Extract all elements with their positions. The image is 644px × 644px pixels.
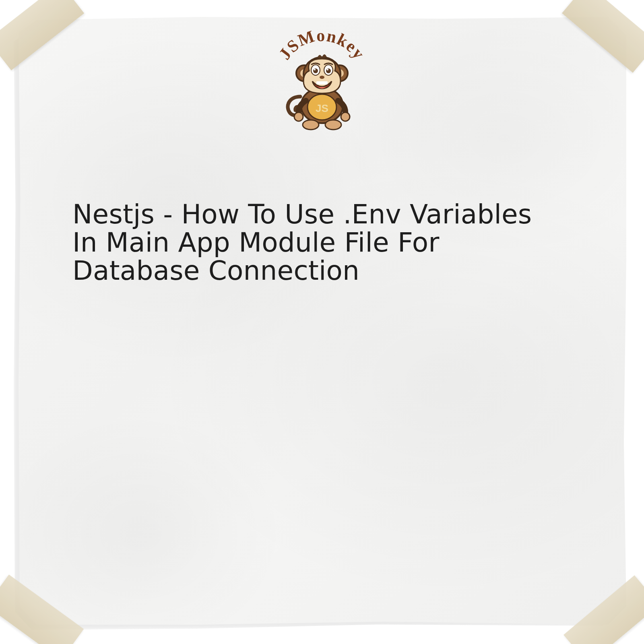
stage: JSMonkey JS xyxy=(0,0,644,644)
svg-point-3 xyxy=(294,112,303,121)
svg-point-4 xyxy=(341,112,350,121)
svg-point-5 xyxy=(303,120,319,130)
svg-point-6 xyxy=(325,120,341,130)
svg-point-16 xyxy=(314,69,316,70)
svg-text:JS: JS xyxy=(316,102,328,114)
svg-point-18 xyxy=(320,76,324,79)
jsmonkey-logo-icon: JSMonkey JS xyxy=(266,21,378,134)
logo: JSMonkey JS xyxy=(0,21,644,134)
svg-point-14 xyxy=(313,68,318,73)
svg-point-15 xyxy=(326,68,331,73)
article-title: Nestjs - How To Use .Env Variables In Ma… xyxy=(72,200,555,285)
svg-rect-19 xyxy=(316,81,328,85)
svg-point-17 xyxy=(327,69,328,70)
